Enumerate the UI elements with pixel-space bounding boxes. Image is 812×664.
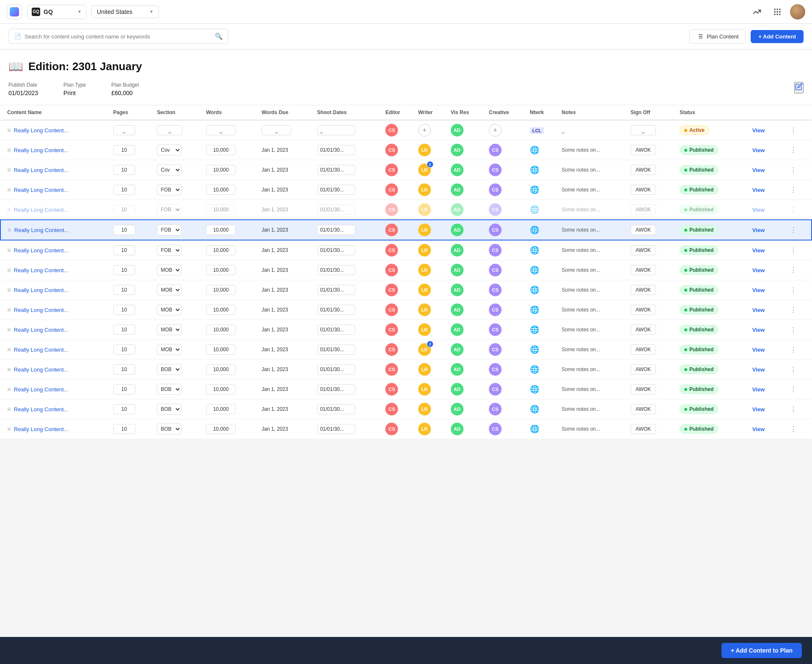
vis-res-avatar[interactable]: AD [451,244,464,257]
signoff-input[interactable] [631,185,656,195]
more-options-button[interactable]: ⋮ [788,344,798,355]
section-select[interactable]: CovFOBMOBBOB [157,384,181,395]
more-options-button[interactable]: ⋮ [788,305,798,315]
vis-res-avatar[interactable]: AD [451,423,464,435]
pages-input[interactable] [113,185,135,195]
content-name-link[interactable]: Really Long Content... [14,147,69,153]
edit-edition-button[interactable] [794,82,804,93]
editor-avatar[interactable]: CS [385,244,398,257]
more-options-button[interactable]: ⋮ [788,205,798,215]
content-name-link[interactable]: Really Long Content... [14,307,69,313]
add-content-button[interactable]: + Add Content [751,30,804,43]
more-options-button[interactable]: ⋮ [788,245,798,256]
editor-avatar[interactable]: CS [385,203,398,216]
shoot-dates-input[interactable] [317,305,355,315]
search-input-wrap[interactable]: 📄 🔍 [8,29,228,44]
signoff-input[interactable] [631,205,656,215]
editor-avatar[interactable]: CS [385,403,398,415]
pages-input[interactable] [113,265,135,275]
shoot-dates-input[interactable] [317,225,355,235]
pages-input[interactable] [113,344,135,355]
editor-avatar[interactable]: CS [385,124,398,137]
signoff-input[interactable] [631,265,656,275]
view-button[interactable]: View [749,305,768,315]
more-options-button[interactable]: ⋮ [788,384,798,395]
pages-input[interactable] [113,305,135,315]
vis-res-avatar[interactable]: AD [451,343,464,356]
words-input[interactable] [206,205,236,215]
section-select[interactable]: CovFOBMOBBOB [157,164,181,175]
section-select[interactable]: CovFOBMOBBOB [157,284,181,295]
writer-avatar[interactable]: LR [418,363,431,376]
vis-res-avatar[interactable]: AD [451,164,464,176]
pages-input[interactable] [113,384,135,394]
words-input[interactable] [206,265,236,275]
writer-avatar[interactable]: LR [418,403,431,415]
creative-avatar[interactable]: CS [489,244,502,257]
editor-avatar[interactable]: CS [385,323,398,336]
vis-res-avatar[interactable]: AD [451,144,464,156]
user-avatar[interactable] [790,4,805,19]
signoff-input[interactable] [631,165,656,175]
drag-handle[interactable]: ≡ [7,206,11,213]
drag-handle[interactable]: ≡ [7,326,11,333]
content-name-link[interactable]: Really Long Content... [14,187,69,193]
writer-add-button[interactable]: + [418,124,431,137]
content-name-link[interactable]: Really Long Content... [14,426,69,432]
words-due-input[interactable] [261,125,291,135]
drag-handle[interactable]: ≡ [7,167,11,173]
creative-avatar[interactable]: CS [489,183,502,196]
editor-avatar[interactable]: CS [385,164,398,176]
writer-avatar[interactable]: LR [418,264,431,276]
more-options-button[interactable]: ⋮ [788,404,798,415]
drag-handle[interactable]: ≡ [7,147,11,153]
vis-res-avatar[interactable]: AD [451,363,464,376]
section-select[interactable]: CovFOBMOBBOB [157,265,181,276]
creative-avatar[interactable]: CS [489,164,502,176]
more-options-button[interactable]: ⋮ [788,145,798,156]
words-input[interactable] [206,185,236,195]
signoff-input[interactable] [631,145,656,155]
content-name-link[interactable]: Really Long Content... [14,347,69,353]
content-name-link[interactable]: Really Long Content... [14,366,69,373]
shoot-dates-input[interactable] [317,404,355,414]
section-select[interactable]: CovFOBMOBBOB [157,245,181,256]
content-name-link[interactable]: Really Long Content... [14,247,69,254]
shoot-dates-input[interactable] [317,424,355,434]
vis-res-avatar[interactable]: AD [451,264,464,276]
more-options-button[interactable]: ⋮ [788,165,798,175]
creative-avatar[interactable]: CS [489,264,502,276]
editor-avatar[interactable]: CS [385,224,398,236]
more-options-button[interactable]: ⋮ [788,325,798,335]
content-name-link[interactable]: Really Long Content... [14,127,69,134]
section-select[interactable]: CovFOBMOBBOB [157,304,181,315]
words-input[interactable] [206,225,236,235]
words-input[interactable] [206,305,236,315]
pages-input[interactable] [113,424,135,434]
drag-handle[interactable]: ≡ [7,386,11,393]
creative-avatar[interactable]: CS [489,323,502,336]
section-select[interactable]: CovFOBMOBBOB [157,424,181,434]
shoot-dates-input[interactable] [317,384,355,394]
brand-selector[interactable]: GQ GQ ▼ [27,5,86,19]
editor-avatar[interactable]: CS [385,144,398,156]
signoff-input[interactable] [631,404,656,414]
signoff-input[interactable] [631,384,656,394]
drag-handle[interactable]: ≡ [7,406,11,413]
creative-add-button[interactable]: + [489,124,502,137]
signoff-input[interactable] [631,225,656,235]
section-select[interactable]: CovFOBMOBBOB [157,204,181,215]
view-button[interactable]: View [749,404,768,414]
pages-input[interactable] [113,205,135,215]
shoot-dates-input[interactable] [317,265,355,275]
signoff-input[interactable] [631,125,656,135]
creative-avatar[interactable]: CS [489,423,502,435]
words-input[interactable] [206,165,236,175]
creative-avatar[interactable]: CS [489,343,502,356]
content-name-link[interactable]: Really Long Content... [14,207,69,213]
editor-avatar[interactable]: CS [385,423,398,435]
view-button[interactable]: View [749,205,768,215]
drag-handle[interactable]: ≡ [7,267,11,273]
vis-res-avatar[interactable]: AD [451,303,464,316]
drag-handle[interactable]: ≡ [7,426,11,432]
